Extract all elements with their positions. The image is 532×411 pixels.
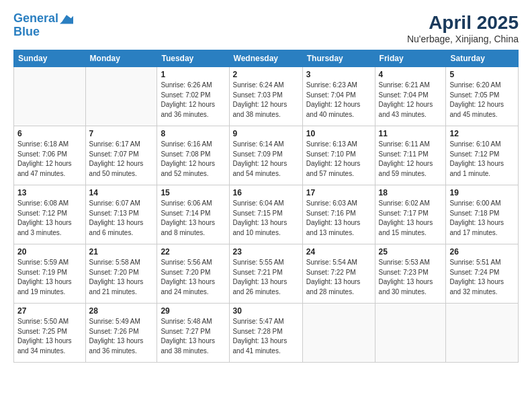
day-header-friday: Friday bbox=[375, 50, 446, 67]
day-number: 27 bbox=[17, 306, 82, 316]
day-detail: Sunrise: 6:10 AM Sunset: 7:12 PM Dayligh… bbox=[449, 140, 515, 179]
day-number: 17 bbox=[306, 188, 371, 197]
calendar-cell: 14Sunrise: 6:07 AM Sunset: 7:13 PM Dayli… bbox=[85, 185, 157, 244]
header: General Blue April 2025 Nu'erbage, Xinji… bbox=[13, 12, 519, 44]
calendar-cell: 17Sunrise: 6:03 AM Sunset: 7:16 PM Dayli… bbox=[302, 185, 375, 244]
day-detail: Sunrise: 6:03 AM Sunset: 7:16 PM Dayligh… bbox=[306, 199, 371, 238]
day-number: 15 bbox=[161, 188, 225, 197]
title-block: April 2025 Nu'erbage, Xinjiang, China bbox=[407, 12, 519, 44]
day-detail: Sunrise: 6:14 AM Sunset: 7:09 PM Dayligh… bbox=[233, 140, 299, 179]
logo-icon bbox=[60, 12, 73, 26]
calendar-cell: 25Sunrise: 5:53 AM Sunset: 7:23 PM Dayli… bbox=[375, 244, 446, 304]
subtitle: Nu'erbage, Xinjiang, China bbox=[407, 34, 519, 44]
calendar-cell: 9Sunrise: 6:14 AM Sunset: 7:09 PM Daylig… bbox=[229, 126, 302, 185]
day-header-saturday: Saturday bbox=[446, 50, 519, 67]
day-detail: Sunrise: 5:56 AM Sunset: 7:20 PM Dayligh… bbox=[161, 258, 225, 297]
day-detail: Sunrise: 5:51 AM Sunset: 7:24 PM Dayligh… bbox=[449, 258, 515, 297]
day-number: 3 bbox=[306, 70, 371, 79]
day-number: 20 bbox=[17, 247, 82, 257]
day-detail: Sunrise: 6:21 AM Sunset: 7:04 PM Dayligh… bbox=[379, 81, 443, 120]
day-number: 30 bbox=[233, 306, 299, 316]
day-number: 21 bbox=[89, 247, 154, 257]
calendar-cell: 23Sunrise: 5:55 AM Sunset: 7:21 PM Dayli… bbox=[229, 244, 302, 304]
calendar-cell: 18Sunrise: 6:02 AM Sunset: 7:17 PM Dayli… bbox=[375, 185, 446, 244]
day-header-wednesday: Wednesday bbox=[229, 50, 302, 67]
day-header-monday: Monday bbox=[85, 50, 157, 67]
logo-line2: Blue bbox=[13, 26, 73, 39]
week-row-1: 6Sunrise: 6:18 AM Sunset: 7:06 PM Daylig… bbox=[14, 126, 519, 185]
day-detail: Sunrise: 6:11 AM Sunset: 7:11 PM Dayligh… bbox=[379, 140, 443, 179]
calendar-cell: 15Sunrise: 6:06 AM Sunset: 7:14 PM Dayli… bbox=[157, 185, 229, 244]
day-header-sunday: Sunday bbox=[14, 50, 86, 67]
calendar-cell: 7Sunrise: 6:17 AM Sunset: 7:07 PM Daylig… bbox=[85, 126, 157, 185]
calendar-cell: 13Sunrise: 6:08 AM Sunset: 7:12 PM Dayli… bbox=[14, 185, 86, 244]
week-row-2: 13Sunrise: 6:08 AM Sunset: 7:12 PM Dayli… bbox=[14, 185, 519, 244]
day-detail: Sunrise: 5:55 AM Sunset: 7:21 PM Dayligh… bbox=[233, 258, 299, 297]
day-detail: Sunrise: 6:16 AM Sunset: 7:08 PM Dayligh… bbox=[161, 140, 225, 179]
calendar-cell: 3Sunrise: 6:23 AM Sunset: 7:04 PM Daylig… bbox=[302, 67, 375, 126]
calendar-cell: 2Sunrise: 6:24 AM Sunset: 7:03 PM Daylig… bbox=[229, 67, 302, 126]
day-number: 9 bbox=[233, 129, 299, 138]
day-detail: Sunrise: 5:49 AM Sunset: 7:26 PM Dayligh… bbox=[89, 317, 154, 356]
day-number: 14 bbox=[89, 188, 154, 197]
calendar-cell: 20Sunrise: 5:59 AM Sunset: 7:19 PM Dayli… bbox=[14, 244, 86, 304]
day-number: 12 bbox=[449, 129, 515, 138]
day-number: 18 bbox=[379, 188, 443, 197]
day-detail: Sunrise: 6:13 AM Sunset: 7:10 PM Dayligh… bbox=[306, 140, 371, 179]
day-number: 11 bbox=[379, 129, 443, 138]
day-detail: Sunrise: 5:53 AM Sunset: 7:23 PM Dayligh… bbox=[379, 258, 443, 297]
calendar-cell: 16Sunrise: 6:04 AM Sunset: 7:15 PM Dayli… bbox=[229, 185, 302, 244]
calendar-cell: 24Sunrise: 5:54 AM Sunset: 7:22 PM Dayli… bbox=[302, 244, 375, 304]
day-number: 28 bbox=[89, 306, 154, 316]
week-row-3: 20Sunrise: 5:59 AM Sunset: 7:19 PM Dayli… bbox=[14, 244, 519, 304]
day-number: 6 bbox=[17, 129, 82, 138]
calendar-cell bbox=[446, 304, 519, 363]
day-detail: Sunrise: 5:59 AM Sunset: 7:19 PM Dayligh… bbox=[17, 258, 82, 297]
day-detail: Sunrise: 6:04 AM Sunset: 7:15 PM Dayligh… bbox=[233, 199, 299, 238]
day-number: 4 bbox=[379, 70, 443, 79]
day-detail: Sunrise: 6:06 AM Sunset: 7:14 PM Dayligh… bbox=[161, 199, 225, 238]
week-row-4: 27Sunrise: 5:50 AM Sunset: 7:25 PM Dayli… bbox=[14, 304, 519, 363]
day-detail: Sunrise: 6:26 AM Sunset: 7:02 PM Dayligh… bbox=[161, 81, 225, 120]
logo: General Blue bbox=[13, 12, 73, 39]
calendar-cell bbox=[14, 67, 86, 126]
day-number: 16 bbox=[233, 188, 299, 197]
day-detail: Sunrise: 6:02 AM Sunset: 7:17 PM Dayligh… bbox=[379, 199, 443, 238]
day-number: 1 bbox=[161, 70, 225, 79]
svg-marker-0 bbox=[60, 15, 73, 24]
day-number: 2 bbox=[233, 70, 299, 79]
day-number: 10 bbox=[306, 129, 371, 138]
day-detail: Sunrise: 5:47 AM Sunset: 7:28 PM Dayligh… bbox=[233, 317, 299, 356]
calendar-cell: 11Sunrise: 6:11 AM Sunset: 7:11 PM Dayli… bbox=[375, 126, 446, 185]
calendar-cell: 30Sunrise: 5:47 AM Sunset: 7:28 PM Dayli… bbox=[229, 304, 302, 363]
calendar-cell: 5Sunrise: 6:20 AM Sunset: 7:05 PM Daylig… bbox=[446, 67, 519, 126]
week-row-0: 1Sunrise: 6:26 AM Sunset: 7:02 PM Daylig… bbox=[14, 67, 519, 126]
day-detail: Sunrise: 6:17 AM Sunset: 7:07 PM Dayligh… bbox=[89, 140, 154, 179]
calendar-cell: 28Sunrise: 5:49 AM Sunset: 7:26 PM Dayli… bbox=[85, 304, 157, 363]
day-number: 26 bbox=[449, 247, 515, 257]
calendar-cell: 21Sunrise: 5:58 AM Sunset: 7:20 PM Dayli… bbox=[85, 244, 157, 304]
day-number: 5 bbox=[449, 70, 515, 79]
calendar-cell: 10Sunrise: 6:13 AM Sunset: 7:10 PM Dayli… bbox=[302, 126, 375, 185]
calendar-cell: 29Sunrise: 5:48 AM Sunset: 7:27 PM Dayli… bbox=[157, 304, 229, 363]
calendar-cell: 1Sunrise: 6:26 AM Sunset: 7:02 PM Daylig… bbox=[157, 67, 229, 126]
day-number: 23 bbox=[233, 247, 299, 257]
calendar-cell: 8Sunrise: 6:16 AM Sunset: 7:08 PM Daylig… bbox=[157, 126, 229, 185]
calendar: SundayMondayTuesdayWednesdayThursdayFrid… bbox=[13, 50, 519, 363]
day-detail: Sunrise: 6:07 AM Sunset: 7:13 PM Dayligh… bbox=[89, 199, 154, 238]
day-detail: Sunrise: 5:58 AM Sunset: 7:20 PM Dayligh… bbox=[89, 258, 154, 297]
day-detail: Sunrise: 6:23 AM Sunset: 7:04 PM Dayligh… bbox=[306, 81, 371, 120]
calendar-cell: 22Sunrise: 5:56 AM Sunset: 7:20 PM Dayli… bbox=[157, 244, 229, 304]
calendar-cell: 27Sunrise: 5:50 AM Sunset: 7:25 PM Dayli… bbox=[14, 304, 86, 363]
day-detail: Sunrise: 6:24 AM Sunset: 7:03 PM Dayligh… bbox=[233, 81, 299, 120]
day-detail: Sunrise: 6:18 AM Sunset: 7:06 PM Dayligh… bbox=[17, 140, 82, 179]
calendar-cell bbox=[85, 67, 157, 126]
day-number: 22 bbox=[161, 247, 225, 257]
logo-text: General bbox=[13, 12, 58, 26]
day-detail: Sunrise: 5:50 AM Sunset: 7:25 PM Dayligh… bbox=[17, 317, 82, 356]
calendar-header-row: SundayMondayTuesdayWednesdayThursdayFrid… bbox=[14, 50, 519, 67]
day-number: 13 bbox=[17, 188, 82, 197]
day-detail: Sunrise: 5:54 AM Sunset: 7:22 PM Dayligh… bbox=[306, 258, 371, 297]
day-header-thursday: Thursday bbox=[302, 50, 375, 67]
day-detail: Sunrise: 5:48 AM Sunset: 7:27 PM Dayligh… bbox=[161, 317, 225, 356]
